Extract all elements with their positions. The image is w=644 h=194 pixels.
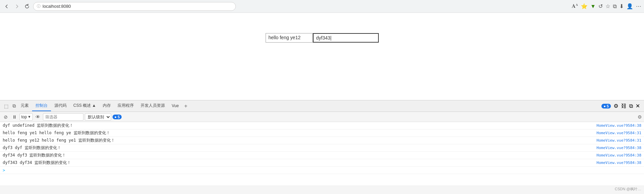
forward-button[interactable]: [13, 2, 21, 10]
close-devtools-icon[interactable]: ✕: [636, 103, 640, 109]
add-tab-button[interactable]: +: [182, 102, 189, 110]
url-text: localhost:8080: [43, 4, 71, 9]
page-content: hello feng ye12: [0, 13, 644, 100]
console-prompt-icon: >: [3, 168, 5, 173]
log-row: dyf343 dyf34 监听到数据的变化！ HomeView.vue?9584…: [0, 159, 644, 167]
tab-sources[interactable]: 源代码: [51, 101, 70, 111]
input-label: hello feng ye12: [266, 33, 313, 43]
refresh-icon[interactable]: ↺: [598, 3, 603, 9]
console-settings-icon[interactable]: ⚙: [638, 114, 642, 120]
error-badge: ● 5: [601, 104, 611, 108]
clear-console-button[interactable]: ⊘: [2, 113, 9, 121]
tab-devresources[interactable]: 开发人员资源: [137, 101, 168, 111]
top-label: top: [21, 115, 27, 119]
log-row: hello feng ye12 hello feng ye1 监听到数据的变化！…: [0, 137, 644, 144]
log-text: dyf undefined 监听到数据的变化！: [3, 123, 593, 128]
log-row: dyf34 dyf3 监听到数据的变化！ HomeView.vue?9584:3…: [0, 152, 644, 159]
browser-actions: 𝐀𝐀 ⭐ ▼ ↺ ☆ ⧉ ⬇ 👤 ⋯: [572, 3, 641, 9]
log-link[interactable]: HomeView.vue?9584:38: [597, 161, 641, 165]
pause-button[interactable]: ⏸: [11, 113, 18, 121]
tab-vue[interactable]: Vue: [168, 101, 182, 111]
tab-application[interactable]: 应用程序: [114, 101, 137, 111]
profile-icon[interactable]: 👤: [626, 3, 633, 9]
log-text: hello feng ye12 hello feng ye1 监听到数据的变化！: [3, 138, 593, 143]
devtools-toolbar: ⊘ ⏸ top ▼ 👁 默认级别 ● 5 ⚙: [0, 112, 644, 122]
page-inputs: hello feng ye12: [266, 33, 379, 43]
console-prompt-row[interactable]: >: [0, 167, 644, 174]
context-selector[interactable]: top ▼: [20, 113, 33, 121]
log-row: dyf3 dyf 监听到数据的变化！ HomeView.vue?9584:38: [0, 144, 644, 152]
browser-chrome: ⓘ localhost:8080 𝐀𝐀 ⭐ ▼ ↺ ☆ ⧉ ⬇ 👤 ⋯: [0, 0, 644, 13]
text-size-icon[interactable]: 𝐀𝐀: [572, 3, 578, 9]
log-link[interactable]: HomeView.vue?9584:38: [597, 123, 641, 128]
undock-icon[interactable]: ⧉: [629, 103, 633, 109]
filter-input[interactable]: [43, 113, 83, 121]
reload-button[interactable]: [23, 2, 31, 10]
tab-memory[interactable]: 内存: [99, 101, 114, 111]
log-text: dyf343 dyf34 监听到数据的变化！: [3, 160, 593, 166]
devtools-panel-icons: ⬚ ⧉: [3, 102, 17, 110]
bookmark-icon[interactable]: ☆: [605, 3, 610, 9]
settings-icon[interactable]: ⚙: [614, 103, 618, 109]
devtools-panel: ⬚ ⧉ 元素 控制台 源代码 CSS 概述 ▲ 内存 应用程序 开发人员资源 V…: [0, 100, 644, 194]
menu-icon[interactable]: ⋯: [636, 3, 641, 9]
readinglist-icon[interactable]: ▼: [590, 3, 596, 9]
log-link[interactable]: HomeView.vue?9584:38: [597, 146, 641, 150]
address-bar[interactable]: ⓘ localhost:8080: [33, 2, 236, 11]
tab-console[interactable]: 控制台: [32, 101, 51, 111]
log-link[interactable]: HomeView.vue?9584:31: [597, 138, 641, 143]
devtools-tabs: ⬚ ⧉ 元素 控制台 源代码 CSS 概述 ▲ 内存 应用程序 开发人员资源 V…: [0, 100, 644, 112]
tab-elements[interactable]: 元素: [17, 101, 32, 111]
tab-css[interactable]: CSS 概述 ▲: [70, 101, 99, 111]
log-text: dyf3 dyf 监听到数据的变化！: [3, 145, 593, 151]
toolbar-badge: ● 5: [113, 115, 122, 119]
log-link[interactable]: HomeView.vue?9584:38: [597, 153, 641, 157]
back-button[interactable]: [3, 2, 11, 10]
favorites-icon[interactable]: ⭐: [581, 3, 588, 9]
share-icon[interactable]: ⛓: [621, 103, 626, 109]
download-icon[interactable]: ⬇: [619, 3, 624, 9]
log-text: hello feng ye1 hello feng ye 监听到数据的变化！: [3, 130, 593, 136]
devtools-tab-right: ● 5 ⚙ ⛓ ⧉ ✕: [601, 103, 643, 109]
lock-icon: ⓘ: [37, 4, 41, 9]
device-icon[interactable]: ⧉: [11, 102, 17, 110]
toolbar-right: ⚙: [638, 114, 642, 120]
collections-icon[interactable]: ⧉: [613, 3, 617, 9]
footer-text: CSDN @枫叶…: [615, 187, 641, 192]
log-level-select[interactable]: 默认级别: [85, 113, 111, 121]
log-row: dyf undefined 监听到数据的变化！ HomeView.vue?958…: [0, 122, 644, 129]
console-logs: dyf undefined 监听到数据的变化！ HomeView.vue?958…: [0, 122, 644, 186]
inspect-icon[interactable]: ⬚: [3, 103, 10, 110]
eye-icon-button[interactable]: 👁: [34, 113, 42, 121]
log-row: hello feng ye1 hello feng ye 监听到数据的变化！ H…: [0, 129, 644, 137]
log-link[interactable]: HomeView.vue?9584:31: [597, 131, 641, 135]
page-input[interactable]: [313, 33, 379, 43]
log-text: dyf34 dyf3 监听到数据的变化！: [3, 152, 593, 158]
chevron-down-icon: ▼: [28, 115, 31, 119]
devtools-footer: CSDN @枫叶…: [0, 186, 644, 192]
